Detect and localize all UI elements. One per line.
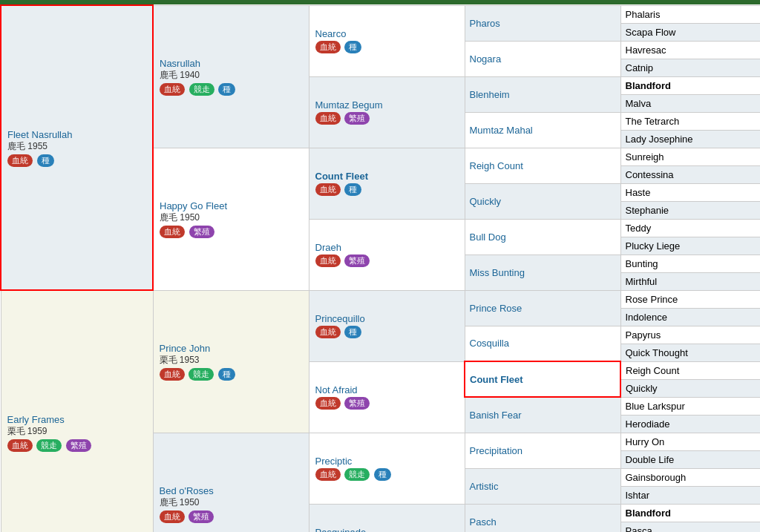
horse-malva: Malva	[626, 98, 652, 109]
horse-bulldog[interactable]: Bull Dog	[470, 231, 506, 243]
cell-mumtazmahal: Mumtaz Mahal	[465, 112, 620, 148]
horse-quickthought: Quick Thought	[626, 347, 688, 358]
cell-countfleet-red: Count Fleet	[465, 361, 620, 397]
horse-quickly1[interactable]: Quickly	[470, 196, 502, 207]
cell-quickly2: Quickly	[620, 379, 760, 397]
horse-reighcount1[interactable]: Reigh Count	[470, 160, 523, 171]
horse-princequillo: Princequillo 血統 種	[309, 290, 465, 361]
horse-name-preciptic[interactable]: Preciptic	[315, 456, 353, 467]
pedigree-table: Fleet Nasrullah 鹿毛 1955 血統 種 Nasrullah 鹿…	[0, 4, 760, 532]
cell-tetrarch: The Tetrarch	[620, 112, 760, 130]
horse-countfleet-red[interactable]: Count Fleet	[470, 374, 523, 385]
cell-precipitation: Precipitation	[465, 433, 620, 468]
tag-run-ef: 競走	[36, 439, 62, 452]
horse-name-countfleet1[interactable]: Count Fleet	[315, 171, 369, 182]
tag-blood-mb: 血統	[315, 112, 341, 125]
horse-papyrus: Papyrus	[626, 329, 661, 341]
cell-scapaflow: Scapa Flow	[620, 23, 760, 41]
horse-proserose[interactable]: Prince Rose	[470, 303, 522, 314]
horse-princejohn: Prince John 栗毛 1953 血統 競走 種	[153, 290, 309, 433]
horse-preciptic: Preciptic 血統 競走 種	[309, 433, 465, 504]
horse-artistic[interactable]: Artistic	[470, 481, 499, 492]
horse-bedoroses: Bed o'Roses 鹿毛 1950 血統 繁殖	[153, 433, 309, 532]
horse-pasch[interactable]: Pasch	[470, 516, 497, 528]
cell-ladyjosephine: Lady Josephine	[620, 130, 760, 148]
horse-bunting: Bunting	[626, 258, 658, 269]
horse-year-pj: 栗毛 1953	[160, 355, 200, 365]
horse-scapaflow: Scapa Flow	[626, 27, 676, 38]
horse-name-pasquinade[interactable]: Pasquinade	[315, 527, 367, 532]
horse-name-happygofleet[interactable]: Happy Go Fleet	[160, 200, 227, 211]
tag-breed-pr: 種	[374, 468, 391, 481]
cell-reighcount2: Reigh Count	[620, 361, 760, 379]
tag-blood-bor: 血統	[160, 510, 185, 523]
horse-reighcount2: Reigh Count	[626, 365, 679, 376]
horse-nogara[interactable]: Nogara	[470, 53, 502, 65]
horse-nearco: Nearco 血統 種	[309, 5, 465, 76]
horse-blandford1: Blandford	[626, 80, 671, 91]
cell-hurryon: Hurry On	[620, 433, 760, 450]
cell-quickly1: Quickly	[465, 183, 620, 219]
tag-breed-1: 種	[37, 154, 54, 167]
horse-pharos[interactable]: Pharos	[470, 18, 500, 29]
horse-name-nasrullah[interactable]: Nasrullah	[160, 58, 200, 69]
horse-nasrullah: Nasrullah 鹿毛 1940 血統 競走 種	[153, 5, 309, 148]
cell-banishfear: Banish Fear	[465, 397, 620, 433]
cell-phalaris: Phalaris	[620, 5, 760, 23]
horse-doublelife: Double Life	[626, 454, 675, 465]
cell-bluelarkspur: Blue Larkspur	[620, 397, 760, 415]
horse-name-earlyframes[interactable]: Early Frames	[7, 414, 65, 425]
horse-year-nasrullah: 鹿毛 1940	[160, 70, 200, 80]
horse-name-nearco[interactable]: Nearco	[315, 28, 347, 39]
horse-name-fleet-nasrullah[interactable]: Fleet Nasrullah	[7, 129, 72, 140]
tag-run-n1: 競走	[189, 83, 214, 96]
horse-name-mumtazbegum[interactable]: Mumtaz Begum	[315, 99, 383, 111]
cell-herodiade: Herodiade	[620, 415, 760, 433]
horse-sunreigh: Sunreigh	[626, 151, 664, 162]
horse-countfleet1: Count Fleet 血統 種	[309, 148, 465, 219]
horse-year-ef: 栗毛 1959	[7, 426, 48, 436]
horse-name-notafraid[interactable]: Not Afraid	[315, 384, 358, 395]
tag-breed-nc: 種	[344, 41, 361, 53]
cell-bunting: Bunting	[620, 254, 760, 272]
horse-blenheim[interactable]: Blenheim	[470, 89, 510, 100]
cell-sunreigh: Sunreigh	[620, 148, 760, 165]
cell-papyrus: Papyrus	[620, 326, 760, 344]
tag-blood-n1: 血統	[160, 83, 185, 96]
tag-special-dr: 繁殖	[344, 254, 370, 267]
horse-name-draeh[interactable]: Draeh	[315, 242, 341, 253]
cell-roseprince: Rose Prince	[620, 290, 760, 308]
horse-plucky: Plucky Liege	[626, 240, 681, 252]
horse-name-bedoroses[interactable]: Bed o'Roses	[160, 485, 214, 496]
cell-teddy: Teddy	[620, 219, 760, 237]
horse-roseprince: Rose Prince	[626, 294, 678, 305]
cell-blenheim: Blenheim	[465, 76, 620, 112]
horse-draeh: Draeh 血統 繁殖	[309, 219, 465, 290]
horse-tetrarch: The Tetrarch	[626, 116, 680, 127]
horse-bluelarkspur: Blue Larkspur	[626, 401, 685, 412]
horse-name-princequillo[interactable]: Princequillo	[315, 313, 365, 324]
tag-blood-dr: 血統	[315, 254, 341, 267]
cell-artistic: Artistic	[465, 468, 620, 504]
horse-happygofleet: Happy Go Fleet 鹿毛 1950 血統 繁殖	[153, 148, 309, 290]
horse-ishtar: Ishtar	[626, 490, 650, 501]
horse-precipitation[interactable]: Precipitation	[470, 445, 523, 456]
horse-teddy: Teddy	[626, 223, 652, 234]
cell-pharos: Pharos	[465, 5, 620, 41]
cell-havresac: Havresac	[620, 41, 760, 59]
horse-stephanie: Stephanie	[626, 205, 669, 216]
horse-banishfear[interactable]: Banish Fear	[470, 410, 522, 421]
tag-blood-na: 血統	[315, 397, 341, 410]
horse-year-bor: 鹿毛 1950	[160, 497, 200, 508]
tag-blood-pr: 血統	[315, 468, 341, 481]
tag-blood-nc: 血統	[315, 41, 341, 53]
horse-gainsborough: Gainsborough	[626, 472, 687, 483]
horse-mumtazmahal[interactable]: Mumtaz Mahal	[470, 125, 533, 136]
tag-breed-cf1: 種	[344, 183, 361, 196]
horse-name-princejohn[interactable]: Prince John	[160, 343, 211, 354]
cell-pasch: Pasch	[465, 504, 620, 532]
horse-missbunting[interactable]: Miss Bunting	[470, 267, 525, 278]
cell-bulldog: Bull Dog	[465, 219, 620, 254]
horse-cosquilla[interactable]: Cosquilla	[470, 338, 509, 349]
tag-special-ef: 繁殖	[66, 439, 91, 452]
